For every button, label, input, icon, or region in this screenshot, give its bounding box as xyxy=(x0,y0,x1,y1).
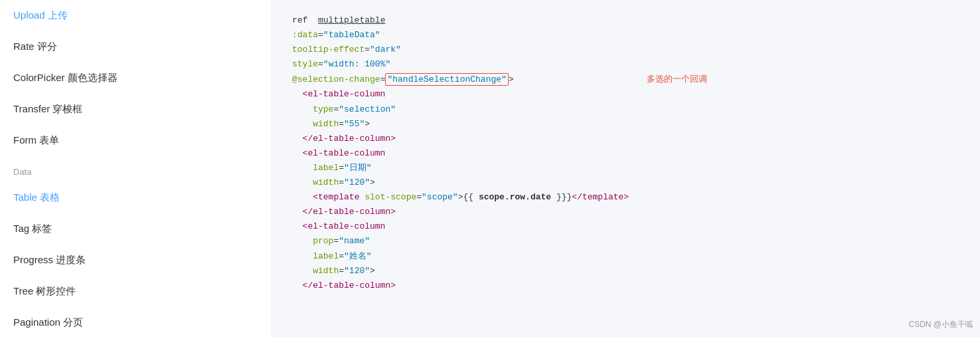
code-part: = xyxy=(339,266,344,276)
code-line-15: <el-table-column xyxy=(292,219,960,234)
code-line-17: label="姓名" xyxy=(292,249,960,264)
code-line-5: @selection-change="handleSelectionChange… xyxy=(292,72,960,87)
code-part: </el-table-column> xyxy=(292,134,396,144)
code-part: multipletable xyxy=(318,15,385,25)
code-part: = xyxy=(339,163,344,173)
code-line-1: ref multipletable xyxy=(292,13,960,28)
code-part xyxy=(292,119,313,129)
code-line-12: width="120"> xyxy=(292,175,960,190)
code-part: "tableData" xyxy=(323,30,380,40)
code-line-13: <template slot-scope="scope">{{ scope.ro… xyxy=(292,190,960,205)
sidebar-item-label: Tree 树形控件 xyxy=(13,285,76,298)
code-part: "dark" xyxy=(370,45,401,55)
code-line-7: type="selection" xyxy=(292,102,960,117)
code-part: ref xyxy=(292,15,318,25)
code-part: > xyxy=(370,266,375,276)
code-line-19: </el-table-column> xyxy=(292,279,960,293)
sidebar-section-label: Data xyxy=(13,167,31,177)
sidebar-item-label: Transfer 穿梭框 xyxy=(13,103,82,116)
sidebar-item-form[interactable]: Form 表单 xyxy=(0,125,272,156)
code-part: style xyxy=(292,59,318,69)
code-part xyxy=(292,163,313,173)
code-part: "55" xyxy=(344,119,365,129)
code-line-10: <el-table-column xyxy=(292,146,960,161)
sidebar-item-transfer[interactable]: Transfer 穿梭框 xyxy=(0,94,272,125)
sidebar-item-tag[interactable]: Tag 标签 xyxy=(0,213,272,245)
code-part xyxy=(292,236,313,246)
code-part: = xyxy=(416,192,422,202)
code-part: >{{ xyxy=(458,192,479,202)
code-part: </template> xyxy=(572,192,629,202)
code-part-highlighted: "handleSelectionChange" xyxy=(385,73,508,86)
code-block: ref multipletable :data="tableData" tool… xyxy=(292,13,960,293)
sidebar-item-label: Rate 评分 xyxy=(13,41,57,53)
watermark: CSDN @小鱼干呱 xyxy=(908,319,973,330)
code-part: width xyxy=(313,119,339,129)
code-line-2: :data="tableData" xyxy=(292,28,960,43)
code-part: = xyxy=(339,251,344,261)
code-part: width xyxy=(313,177,339,187)
code-part xyxy=(292,104,313,114)
code-part: tooltip-effect xyxy=(292,45,365,55)
code-part: </el-table-column> xyxy=(292,207,396,217)
code-part: "name" xyxy=(339,236,370,246)
code-part xyxy=(292,177,313,187)
main-content: ref multipletable :data="tableData" tool… xyxy=(272,0,980,337)
sidebar-item-label: Tag 标签 xyxy=(13,223,52,235)
code-line-14: </el-table-column> xyxy=(292,205,960,219)
code-part: "120" xyxy=(344,177,370,187)
code-part: :data xyxy=(292,30,318,40)
code-part: prop xyxy=(313,236,333,246)
sidebar-item-progress[interactable]: Progress 进度条 xyxy=(0,245,272,276)
sidebar-item-label: ColorPicker 颜色选择器 xyxy=(13,72,118,84)
code-part: label xyxy=(313,163,339,173)
code-part: type xyxy=(313,104,333,114)
code-part: "width: 100%" xyxy=(323,59,390,69)
sidebar-item-upload[interactable]: Upload 上传 xyxy=(0,0,272,31)
sidebar-item-tree[interactable]: Tree 树形控件 xyxy=(0,276,272,307)
code-part: = xyxy=(339,177,344,187)
sidebar-item-colorpicker[interactable]: ColorPicker 颜色选择器 xyxy=(0,62,272,94)
code-comment: 多选的一个回调 xyxy=(647,74,707,84)
sidebar-item-label: Upload 上传 xyxy=(13,9,68,22)
code-line-3: tooltip-effect="dark" xyxy=(292,43,960,57)
watermark-text: CSDN @小鱼干呱 xyxy=(908,320,973,329)
sidebar-item-table[interactable]: Table 表格 xyxy=(0,182,272,213)
sidebar-item-label: Progress 进度条 xyxy=(13,254,86,267)
code-part xyxy=(292,251,313,261)
code-part: = xyxy=(339,119,344,129)
code-part: = xyxy=(318,59,323,69)
code-part: > xyxy=(365,119,370,129)
code-part: @selection-change xyxy=(292,74,380,84)
code-part: > xyxy=(509,74,514,84)
code-part xyxy=(292,266,313,276)
code-part: }} xyxy=(551,192,566,202)
code-part: "scope" xyxy=(422,192,458,202)
code-part xyxy=(292,192,313,202)
code-part: <el-table-column xyxy=(292,148,385,158)
code-part: = xyxy=(318,30,323,40)
code-part: "姓名" xyxy=(344,251,372,261)
code-part: label xyxy=(313,251,339,261)
code-part: slot-scope xyxy=(365,192,416,202)
sidebar-section-data: Data xyxy=(0,156,272,182)
code-line-11: label="日期" xyxy=(292,161,960,175)
code-line-9: </el-table-column> xyxy=(292,132,960,146)
code-part: scope.row.date xyxy=(479,192,551,202)
sidebar-item-label: Table 表格 xyxy=(13,191,60,204)
code-part: <el-table-column xyxy=(292,221,385,231)
code-part: "日期" xyxy=(344,163,372,173)
code-part: <template xyxy=(313,192,365,202)
code-part: "120" xyxy=(344,266,370,276)
sidebar-item-pagination[interactable]: Pagination 分页 xyxy=(0,307,272,337)
code-line-18: width="120"> xyxy=(292,264,960,279)
code-part: > xyxy=(370,177,375,187)
code-part: </el-table-column> xyxy=(292,281,396,290)
code-part: width xyxy=(313,266,339,276)
code-part: <el-table-column xyxy=(292,89,385,99)
code-line-6: <el-table-column xyxy=(292,87,960,102)
sidebar-item-rate[interactable]: Rate 评分 xyxy=(0,31,272,62)
code-line-8: width="55"> xyxy=(292,117,960,132)
code-part: = xyxy=(365,45,370,55)
code-line-16: prop="name" xyxy=(292,234,960,249)
